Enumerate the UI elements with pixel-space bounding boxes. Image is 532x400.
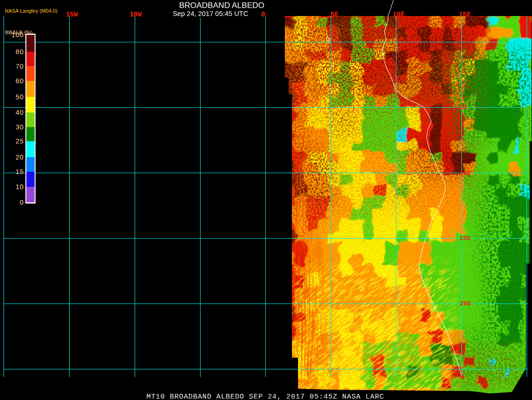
svg-text:NASA Langley (M04.0): NASA Langley (M04.0)	[5, 8, 57, 14]
svg-text:15E: 15E	[459, 11, 470, 18]
svg-text:30: 30	[16, 123, 24, 131]
svg-text:20: 20	[16, 153, 24, 161]
svg-text:15W: 15W	[66, 11, 78, 18]
svg-text:15S: 15S	[459, 235, 471, 242]
svg-text:10E: 10E	[393, 11, 404, 18]
svg-text:10S: 10S	[459, 170, 471, 177]
svg-text:BROADBAND ALBEDO: BROADBAND ALBEDO	[179, 1, 264, 10]
svg-text:0: 0	[20, 199, 24, 206]
svg-text:15: 15	[16, 168, 24, 176]
svg-text:0: 0	[261, 11, 265, 18]
svg-text:10W: 10W	[129, 11, 142, 18]
svg-text:40: 40	[16, 109, 24, 116]
svg-text:80: 80	[16, 48, 24, 56]
svg-text:25: 25	[16, 137, 24, 145]
svg-text:70: 70	[16, 63, 24, 70]
svg-text:10: 10	[16, 183, 24, 191]
svg-text:60: 60	[16, 77, 24, 85]
svg-text:50: 50	[16, 93, 24, 101]
svg-text:5E: 5E	[330, 11, 339, 18]
svg-text:MT10 BROADBAND ALBEDO SEP 2: MT10 BROADBAND ALBEDO SEP 24, 2017 05:45…	[146, 393, 384, 400]
svg-text:Sep 24, 2017 05:45 UTC: Sep 24, 2017 05:45 UTC	[173, 10, 248, 17]
svg-text:5S: 5S	[459, 104, 467, 111]
svg-text:20S: 20S	[460, 300, 471, 307]
svg-text:BBALB (%): BBALB (%)	[5, 30, 32, 35]
